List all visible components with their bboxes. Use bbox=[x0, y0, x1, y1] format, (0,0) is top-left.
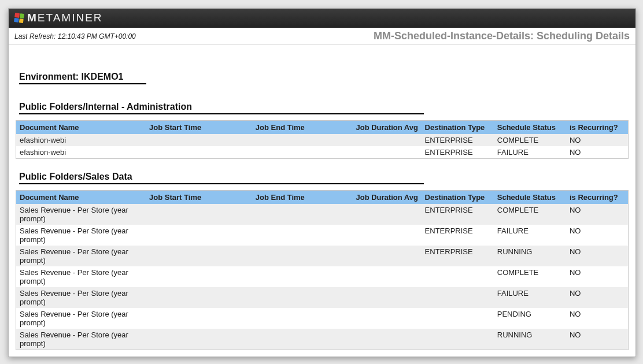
cell-dur bbox=[352, 225, 421, 246]
last-refresh-value: 12:10:43 PM GMT+00:00 bbox=[58, 32, 136, 40]
column-header-start: Job Start Time bbox=[146, 191, 252, 205]
column-header-doc: Document Name bbox=[16, 191, 146, 205]
cell-dest bbox=[422, 329, 494, 350]
brand-text: METAMINER bbox=[27, 12, 103, 24]
cell-dest: ENTERPRISE bbox=[422, 204, 494, 225]
brand-text-rest: ETAMINER bbox=[38, 12, 103, 24]
top-bar: METAMINER bbox=[9, 9, 635, 28]
table-row: Sales Revenue - Per Store (year prompt)R… bbox=[16, 329, 629, 350]
cell-recur: NO bbox=[566, 266, 629, 287]
cell-end bbox=[252, 287, 353, 308]
cell-start bbox=[146, 266, 252, 287]
cell-stat: FAILURE bbox=[494, 146, 566, 159]
cell-dest bbox=[422, 308, 494, 329]
cell-doc: Sales Revenue - Per Store (year prompt) bbox=[16, 266, 146, 287]
cell-start bbox=[146, 204, 252, 225]
cell-end bbox=[252, 146, 353, 159]
cell-start bbox=[146, 329, 252, 350]
column-header-stat: Schedule Status bbox=[494, 191, 566, 205]
brand-text-strong: M bbox=[27, 12, 38, 24]
table-row: Sales Revenue - Per Store (year prompt)C… bbox=[16, 266, 629, 287]
cell-stat: RUNNING bbox=[494, 329, 566, 350]
data-table: Document NameJob Start TimeJob End TimeJ… bbox=[16, 120, 629, 159]
cell-start bbox=[146, 287, 252, 308]
column-header-dest: Destination Type bbox=[422, 121, 494, 135]
cell-doc: Sales Revenue - Per Store (year prompt) bbox=[16, 246, 146, 266]
cell-end bbox=[252, 204, 353, 225]
cell-dur bbox=[352, 329, 421, 350]
cell-start bbox=[146, 246, 252, 266]
cell-end bbox=[252, 329, 353, 350]
cell-start bbox=[146, 146, 252, 159]
column-header-stat: Schedule Status bbox=[494, 121, 566, 135]
environment-label: Environment: bbox=[19, 72, 79, 81]
column-header-recur: is Recurring? bbox=[566, 191, 629, 205]
cell-recur: NO bbox=[566, 246, 629, 266]
table-row: Sales Revenue - Per Store (year prompt)E… bbox=[16, 225, 629, 246]
cell-end bbox=[252, 266, 353, 287]
cell-recur: NO bbox=[566, 134, 629, 146]
table-row: Sales Revenue - Per Store (year prompt)F… bbox=[16, 287, 629, 308]
cell-stat: COMPLETE bbox=[494, 204, 566, 225]
report-body: Environment: IKDEMO1 Public Folders/Inte… bbox=[9, 45, 635, 357]
cell-doc: Sales Revenue - Per Store (year prompt) bbox=[16, 329, 146, 350]
cell-recur: NO bbox=[566, 146, 629, 159]
cell-doc: efashion-webi bbox=[16, 134, 146, 146]
cell-start bbox=[146, 134, 252, 146]
cell-dur bbox=[352, 146, 421, 159]
cell-doc: Sales Revenue - Per Store (year prompt) bbox=[16, 225, 146, 246]
report-container: METAMINER Last Refresh: 12:10:43 PM GMT+… bbox=[8, 8, 636, 357]
cell-doc: Sales Revenue - Per Store (year prompt) bbox=[16, 204, 146, 225]
environment-value: IKDEMO1 bbox=[82, 72, 124, 81]
cell-dur bbox=[352, 266, 421, 287]
cell-stat: COMPLETE bbox=[494, 134, 566, 146]
sections-container: Public Folders/Internal - Administration… bbox=[14, 102, 630, 350]
environment-heading: Environment: IKDEMO1 bbox=[19, 72, 146, 84]
cell-stat: FAILURE bbox=[494, 287, 566, 308]
cell-dest: ENTERPRISE bbox=[422, 246, 494, 266]
column-header-dur: Job Duration Avg bbox=[352, 191, 421, 205]
cell-stat: FAILURE bbox=[494, 225, 566, 246]
last-refresh-label: Last Refresh: bbox=[14, 32, 56, 40]
column-header-start: Job Start Time bbox=[146, 121, 252, 135]
table-row: efashion-webiENTERPRISEFAILURENO bbox=[16, 146, 629, 159]
cell-start bbox=[146, 225, 252, 246]
cell-end bbox=[252, 246, 353, 266]
data-table: Document NameJob Start TimeJob End TimeJ… bbox=[16, 190, 629, 350]
cell-dur bbox=[352, 246, 421, 266]
column-header-doc: Document Name bbox=[16, 121, 146, 135]
cell-dur bbox=[352, 287, 421, 308]
cell-end bbox=[252, 308, 353, 329]
cell-end bbox=[252, 225, 353, 246]
cell-dest: ENTERPRISE bbox=[422, 225, 494, 246]
section-title: Public Folders/Sales Data bbox=[19, 172, 424, 184]
table-row: efashion-webiENTERPRISECOMPLETENO bbox=[16, 134, 629, 146]
brand-logo: METAMINER bbox=[14, 12, 103, 24]
cell-recur: NO bbox=[566, 308, 629, 329]
column-header-end: Job End Time bbox=[252, 121, 353, 135]
cell-recur: NO bbox=[566, 287, 629, 308]
column-header-end: Job End Time bbox=[252, 191, 353, 205]
logo-icon bbox=[14, 13, 24, 23]
column-header-dest: Destination Type bbox=[422, 191, 494, 205]
column-header-recur: is Recurring? bbox=[566, 121, 629, 135]
cell-recur: NO bbox=[566, 329, 629, 350]
cell-dur bbox=[352, 204, 421, 225]
cell-doc: Sales Revenue - Per Store (year prompt) bbox=[16, 287, 146, 308]
cell-dur bbox=[352, 134, 421, 146]
cell-start bbox=[146, 308, 252, 329]
cell-dest: ENTERPRISE bbox=[422, 146, 494, 159]
cell-stat: RUNNING bbox=[494, 246, 566, 266]
table-row: Sales Revenue - Per Store (year prompt)E… bbox=[16, 204, 629, 225]
section-title: Public Folders/Internal - Administration bbox=[19, 102, 424, 114]
cell-dur bbox=[352, 308, 421, 329]
cell-end bbox=[252, 134, 353, 146]
cell-stat: PENDING bbox=[494, 308, 566, 329]
cell-dest bbox=[422, 266, 494, 287]
cell-doc: Sales Revenue - Per Store (year prompt) bbox=[16, 308, 146, 329]
column-header-dur: Job Duration Avg bbox=[352, 121, 421, 135]
cell-dest: ENTERPRISE bbox=[422, 134, 494, 146]
last-refresh: Last Refresh: 12:10:43 PM GMT+00:00 bbox=[14, 32, 136, 40]
cell-doc: efashion-webi bbox=[16, 146, 146, 159]
cell-recur: NO bbox=[566, 225, 629, 246]
